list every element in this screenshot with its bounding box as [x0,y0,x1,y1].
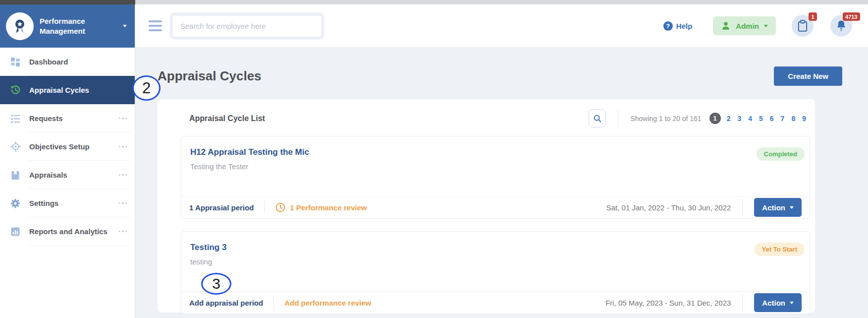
tasks-button[interactable]: 1 [792,15,814,37]
appraisal-cycle-card: H12 Appraisal Testing the Mic Testing th… [181,136,810,219]
sidebar-item-appraisals[interactable]: Appraisals [0,161,135,189]
sidebar-item-appraisal-cycles[interactable]: Appraisal Cycles [0,76,135,104]
search-icon [593,114,602,123]
app-header[interactable]: Performance Management [0,4,135,48]
hamburger-menu-icon[interactable] [149,20,162,31]
employee-search-input[interactable] [172,15,322,37]
pagination: 1 2 3 4 5 6 7 8 9 [709,113,807,124]
main-content: Appraisal Cycles Create New Appraisal Cy… [135,48,868,318]
cycle-description: testing [190,257,801,266]
book-bookmark-icon [10,170,21,181]
action-dropdown-button[interactable]: Action [754,198,802,217]
page-button-9[interactable]: 9 [801,115,807,123]
dashboard-icon [10,57,21,67]
action-label: Action [762,299,785,307]
chevron-down-icon [790,206,794,209]
annotation-mark-2: 2 [132,75,161,101]
sidebar-menu: Dashboard Appraisal Cycles Requests [0,48,135,246]
annotation-mark-3: 3 [201,273,231,295]
page-button-4[interactable]: 4 [747,115,753,123]
more-options-icon[interactable] [119,118,127,120]
clock-icon [275,202,286,213]
bar-chart-icon [10,226,21,237]
divider [264,201,265,214]
appraisal-period-link[interactable]: 1 Apprasial period [189,203,254,212]
page-button-6[interactable]: 6 [769,115,775,123]
status-badge: Completed [757,147,805,161]
app-title: Performance Management [40,16,117,36]
sidebar-item-reports-analytics[interactable]: Reports and Analytics [0,217,135,246]
help-button[interactable]: Help [663,21,693,31]
tasks-count-badge: 1 [809,12,817,21]
cycle-name[interactable]: H12 Appraisal Testing the Mic [190,147,801,157]
page-button-1[interactable]: 1 [709,113,721,124]
page-button-2[interactable]: 2 [726,115,732,123]
action-label: Action [762,203,785,212]
divider [742,199,743,216]
employee-search [172,15,322,37]
chevron-down-icon [790,302,794,304]
sidebar-item-label: Appraisals [29,171,67,179]
cycle-date-range: Sat, 01 Jan, 2022 - Thu, 30 Jun, 2022 [606,203,731,212]
appraisal-cycle-card: Testing 3 testing Yet To Start Add appra… [181,231,810,314]
sidebar-item-settings[interactable]: Settings [0,189,135,217]
sidebar: Performance Management Dashboard [0,4,135,318]
panel-title: Appraisal Cycle List [189,114,265,123]
cycle-name[interactable]: Testing 3 [190,243,801,253]
page-button-5[interactable]: 5 [758,115,764,123]
pagination-summary: Showing 1 to 20 of 161 [630,115,701,123]
page-title: Appraisal Cycles [158,68,262,84]
divider [618,110,618,127]
cycle-history-icon [10,85,21,96]
medal-icon [11,17,29,35]
admin-label: Admin [736,22,759,30]
sidebar-item-label: Objectives Setup [29,142,90,151]
divider [742,294,743,311]
add-performance-review-label: Add performance review [284,299,371,307]
notifications-count-badge: 4713 [843,12,860,21]
more-options-icon[interactable] [119,231,127,233]
action-dropdown-button[interactable]: Action [754,293,802,312]
divider [273,296,274,309]
window-edge-light [135,0,868,4]
page-button-8[interactable]: 8 [790,115,796,123]
target-icon [10,141,21,152]
sidebar-item-label: Appraisal Cycles [29,86,89,94]
more-options-icon[interactable] [119,202,127,204]
more-options-icon[interactable] [119,174,127,176]
user-icon [721,21,731,31]
help-label: Help [676,22,693,30]
sidebar-item-objectives-setup[interactable]: Objectives Setup [0,132,135,161]
checklist-icon [10,113,21,124]
window-edge-dark [0,0,135,4]
topbar: Help Admin 1 4713 [135,4,868,48]
chevron-down-icon [764,25,768,27]
add-performance-review-link[interactable]: Add performance review [284,299,371,307]
admin-menu-button[interactable]: Admin [713,16,776,35]
notifications-button[interactable]: 4713 [830,15,852,37]
sidebar-item-label: Reports and Analytics [29,227,108,236]
performance-review-link[interactable]: 1 Performance review [275,202,367,213]
cycle-description: Testing the Tester [190,162,801,171]
page-button-7[interactable]: 7 [780,115,786,123]
chevron-down-icon[interactable] [123,25,127,27]
sidebar-item-label: Dashboard [29,58,68,66]
page-button-3[interactable]: 3 [736,115,742,123]
sidebar-item-label: Settings [29,199,58,207]
appraisal-cycle-list-panel: Appraisal Cycle List Showing 1 to 20 of … [158,99,815,313]
list-search-button[interactable] [589,109,606,127]
cycle-date-range: Fri, 05 May, 2023 - Sun, 31 Dec, 2023 [605,299,731,307]
question-mark-icon [663,21,673,31]
performance-review-label: 1 Performance review [290,203,367,212]
sidebar-item-label: Requests [29,114,63,123]
sidebar-item-requests[interactable]: Requests [0,104,135,132]
status-badge: Yet To Start [755,243,805,256]
more-options-icon[interactable] [119,146,127,148]
clipboard-icon [797,19,809,32]
sidebar-item-dashboard[interactable]: Dashboard [0,48,135,76]
bell-icon [835,19,847,32]
gear-icon [10,198,21,209]
add-appraisal-period-link[interactable]: Add appraisal period [189,299,263,307]
create-new-button[interactable]: Create New [774,66,842,86]
app-logo [6,12,34,40]
